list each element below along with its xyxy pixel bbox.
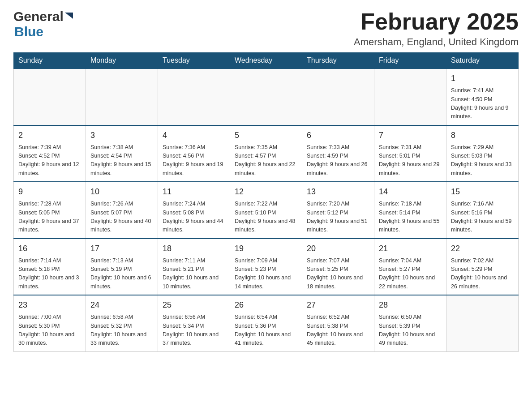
day-number: 10 [90,186,153,198]
day-info: Sunrise: 7:29 AM Sunset: 5:03 PM Dayligh… [451,143,514,178]
day-info: Sunrise: 7:13 AM Sunset: 5:19 PM Dayligh… [90,257,153,291]
day-number: 19 [235,243,297,255]
logo-arrow-icon [65,13,75,22]
calendar-day-cell: 25Sunrise: 6:56 AM Sunset: 5:34 PM Dayli… [158,295,230,351]
day-number: 25 [163,299,225,311]
day-number: 11 [163,186,225,198]
day-number: 17 [90,243,153,255]
calendar-day-cell [14,68,86,125]
calendar-week-row: 2Sunrise: 7:39 AM Sunset: 4:52 PM Daylig… [14,125,519,182]
calendar-day-cell: 9Sunrise: 7:28 AM Sunset: 5:05 PM Daylig… [14,182,86,239]
day-info: Sunrise: 7:31 AM Sunset: 5:01 PM Dayligh… [379,143,442,178]
day-info: Sunrise: 7:18 AM Sunset: 5:14 PM Dayligh… [379,200,442,235]
day-number: 14 [379,186,442,198]
calendar-day-cell: 23Sunrise: 7:00 AM Sunset: 5:30 PM Dayli… [14,295,86,351]
day-info: Sunrise: 7:41 AM Sunset: 4:50 PM Dayligh… [451,86,514,121]
calendar-day-cell: 19Sunrise: 7:09 AM Sunset: 5:23 PM Dayli… [230,239,302,295]
day-info: Sunrise: 7:33 AM Sunset: 4:59 PM Dayligh… [307,143,369,178]
day-number: 2 [18,129,81,141]
day-number: 16 [18,243,81,255]
day-info: Sunrise: 7:16 AM Sunset: 5:16 PM Dayligh… [451,200,514,235]
calendar-day-cell: 13Sunrise: 7:20 AM Sunset: 5:12 PM Dayli… [302,182,374,239]
day-info: Sunrise: 6:52 AM Sunset: 5:38 PM Dayligh… [307,313,369,348]
calendar-day-cell: 14Sunrise: 7:18 AM Sunset: 5:14 PM Dayli… [374,182,446,239]
calendar-day-cell: 12Sunrise: 7:22 AM Sunset: 5:10 PM Dayli… [230,182,302,239]
calendar-week-row: 1Sunrise: 7:41 AM Sunset: 4:50 PM Daylig… [14,68,519,125]
calendar-day-cell: 5Sunrise: 7:35 AM Sunset: 4:57 PM Daylig… [230,125,302,182]
day-number: 23 [18,299,81,311]
day-number: 28 [379,299,442,311]
day-number: 24 [90,299,153,311]
day-number: 9 [18,186,81,198]
svg-marker-0 [65,13,73,19]
day-info: Sunrise: 7:28 AM Sunset: 5:05 PM Dayligh… [18,200,81,235]
calendar-day-cell [374,68,446,125]
calendar-day-cell: 10Sunrise: 7:26 AM Sunset: 5:07 PM Dayli… [86,182,158,239]
day-number: 13 [307,186,369,198]
day-info: Sunrise: 7:20 AM Sunset: 5:12 PM Dayligh… [307,200,369,235]
weekday-header-friday: Friday [374,53,446,69]
page-header: General Blue February 2025 Amersham, Eng… [13,9,519,48]
weekday-header-monday: Monday [86,53,158,69]
calendar-day-cell: 20Sunrise: 7:07 AM Sunset: 5:25 PM Dayli… [302,239,374,295]
calendar-day-cell: 16Sunrise: 7:14 AM Sunset: 5:18 PM Dayli… [14,239,86,295]
calendar-day-cell: 1Sunrise: 7:41 AM Sunset: 4:50 PM Daylig… [446,68,519,125]
day-number: 4 [163,129,225,141]
calendar-day-cell: 22Sunrise: 7:02 AM Sunset: 5:29 PM Dayli… [446,239,519,295]
day-number: 27 [307,299,369,311]
weekday-header-row: SundayMondayTuesdayWednesdayThursdayFrid… [14,53,519,69]
calendar-day-cell: 15Sunrise: 7:16 AM Sunset: 5:16 PM Dayli… [446,182,519,239]
day-info: Sunrise: 7:00 AM Sunset: 5:30 PM Dayligh… [18,313,81,348]
day-info: Sunrise: 6:50 AM Sunset: 5:39 PM Dayligh… [379,313,442,348]
calendar-day-cell [230,68,302,125]
day-info: Sunrise: 7:07 AM Sunset: 5:25 PM Dayligh… [307,257,369,291]
calendar-day-cell: 17Sunrise: 7:13 AM Sunset: 5:19 PM Dayli… [86,239,158,295]
calendar-day-cell: 2Sunrise: 7:39 AM Sunset: 4:52 PM Daylig… [14,125,86,182]
calendar-day-cell: 3Sunrise: 7:38 AM Sunset: 4:54 PM Daylig… [86,125,158,182]
day-info: Sunrise: 6:58 AM Sunset: 5:32 PM Dayligh… [90,313,153,348]
day-number: 6 [307,129,369,141]
day-number: 12 [235,186,297,198]
calendar-day-cell: 24Sunrise: 6:58 AM Sunset: 5:32 PM Dayli… [86,295,158,351]
day-number: 5 [235,129,297,141]
day-info: Sunrise: 7:14 AM Sunset: 5:18 PM Dayligh… [18,257,81,291]
calendar-day-cell: 26Sunrise: 6:54 AM Sunset: 5:36 PM Dayli… [230,295,302,351]
day-info: Sunrise: 7:39 AM Sunset: 4:52 PM Dayligh… [18,143,81,178]
day-number: 8 [451,129,514,141]
weekday-header-sunday: Sunday [14,53,86,69]
weekday-header-saturday: Saturday [446,53,519,69]
calendar-day-cell [446,295,519,351]
day-number: 20 [307,243,369,255]
calendar-day-cell: 7Sunrise: 7:31 AM Sunset: 5:01 PM Daylig… [374,125,446,182]
calendar-day-cell: 8Sunrise: 7:29 AM Sunset: 5:03 PM Daylig… [446,125,519,182]
day-number: 15 [451,186,514,198]
calendar-day-cell: 6Sunrise: 7:33 AM Sunset: 4:59 PM Daylig… [302,125,374,182]
calendar-table: SundayMondayTuesdayWednesdayThursdayFrid… [13,52,519,352]
day-info: Sunrise: 7:26 AM Sunset: 5:07 PM Dayligh… [90,200,153,235]
logo: General Blue [13,9,75,39]
weekday-header-thursday: Thursday [302,53,374,69]
day-info: Sunrise: 6:56 AM Sunset: 5:34 PM Dayligh… [163,313,225,348]
day-number: 7 [379,129,442,141]
day-info: Sunrise: 6:54 AM Sunset: 5:36 PM Dayligh… [235,313,297,348]
day-number: 26 [235,299,297,311]
calendar-day-cell: 28Sunrise: 6:50 AM Sunset: 5:39 PM Dayli… [374,295,446,351]
day-info: Sunrise: 7:22 AM Sunset: 5:10 PM Dayligh… [235,200,297,235]
logo-blue-text: Blue [14,24,43,39]
weekday-header-tuesday: Tuesday [158,53,230,69]
calendar-day-cell [302,68,374,125]
calendar-day-cell: 27Sunrise: 6:52 AM Sunset: 5:38 PM Dayli… [302,295,374,351]
calendar-week-row: 9Sunrise: 7:28 AM Sunset: 5:05 PM Daylig… [14,182,519,239]
calendar-day-cell: 18Sunrise: 7:11 AM Sunset: 5:21 PM Dayli… [158,239,230,295]
day-number: 21 [379,243,442,255]
day-number: 22 [451,243,514,255]
calendar-subtitle: Amersham, England, United Kingdom [354,36,519,48]
calendar-week-row: 16Sunrise: 7:14 AM Sunset: 5:18 PM Dayli… [14,239,519,295]
day-info: Sunrise: 7:24 AM Sunset: 5:08 PM Dayligh… [163,200,225,235]
day-info: Sunrise: 7:35 AM Sunset: 4:57 PM Dayligh… [235,143,297,178]
calendar-week-row: 23Sunrise: 7:00 AM Sunset: 5:30 PM Dayli… [14,295,519,351]
calendar-day-cell: 4Sunrise: 7:36 AM Sunset: 4:56 PM Daylig… [158,125,230,182]
calendar-day-cell: 11Sunrise: 7:24 AM Sunset: 5:08 PM Dayli… [158,182,230,239]
day-number: 3 [90,129,153,141]
day-info: Sunrise: 7:02 AM Sunset: 5:29 PM Dayligh… [451,257,514,291]
